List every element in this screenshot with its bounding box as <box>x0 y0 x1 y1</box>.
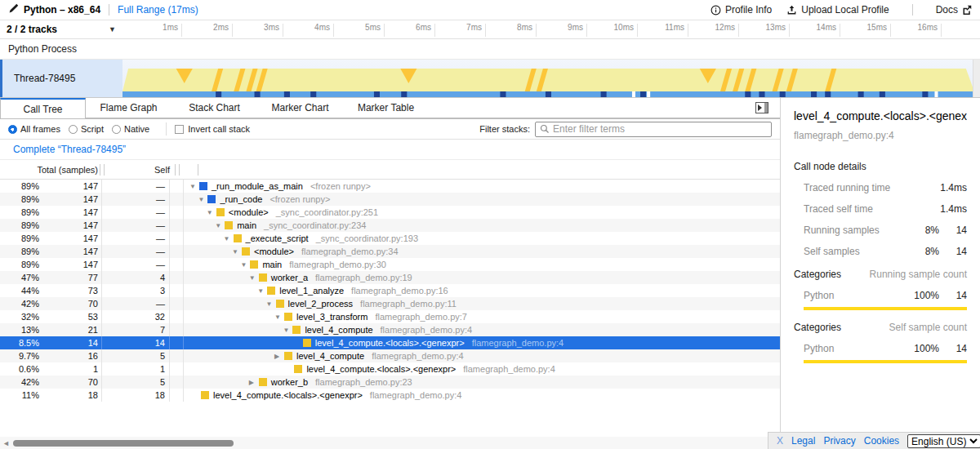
table-row[interactable]: 89%147—▼main_sync_coordinator.py:234 <box>0 219 780 232</box>
category-spacer <box>170 389 184 402</box>
self-samples: 4 <box>102 273 165 282</box>
scrollbar-thumb[interactable] <box>13 440 234 447</box>
scroll-left-arrow-icon[interactable]: ◄ <box>2 439 10 447</box>
detail-percent: 8% <box>906 246 939 257</box>
filter-stacks-input[interactable] <box>553 123 767 135</box>
table-row[interactable]: 9.7%165▶level_4_computeflamegraph_demo.p… <box>0 349 780 362</box>
collapse-arrow-icon[interactable]: ▼ <box>198 196 207 203</box>
table-row[interactable]: 0.6%11level_4_compute.<locals>.<genexpr>… <box>0 362 780 376</box>
upload-label: Upload Local Profile <box>801 4 889 16</box>
ruler-tick-mark <box>840 24 840 37</box>
category-bar <box>804 360 967 363</box>
expand-arrow-icon[interactable]: ▶ <box>274 353 284 360</box>
footer-link-privacy[interactable]: Privacy <box>823 435 855 447</box>
table-row[interactable]: 89%147—▼_execute_script_sync_coordinator… <box>0 232 780 245</box>
timeline-ruler[interactable]: 2 / 2 tracks ▼ 1ms2ms3ms4ms5ms6ms7ms8ms9… <box>0 20 980 39</box>
collapse-arrow-icon[interactable]: ▼ <box>257 287 267 295</box>
tab-marker-chart[interactable]: Marker Chart <box>257 98 343 118</box>
docs-link[interactable]: Docs <box>936 4 972 16</box>
table-row[interactable]: 89%147—▼mainflamegraph_demo.py:30 <box>0 258 780 271</box>
collapse-arrow-icon[interactable]: ▼ <box>266 300 276 308</box>
collapse-arrow-icon[interactable]: ▼ <box>189 183 199 190</box>
table-row[interactable]: 11%1818level_4_compute.<locals>.<genexpr… <box>0 389 780 402</box>
category-spacer <box>170 349 184 362</box>
radio-native[interactable]: Native <box>112 124 149 134</box>
profile-title[interactable]: Python – x86_64 <box>24 4 100 16</box>
total-percent: 9.7% <box>0 351 39 361</box>
total-percent: 8.5% <box>0 338 39 348</box>
table-row[interactable]: 47%774▼worker_aflamegraph_demo.py:19 <box>0 271 780 284</box>
table-header: Total (samples) Self <box>0 160 780 180</box>
collapse-arrow-icon[interactable]: ▼ <box>232 248 242 256</box>
tab-stack-chart[interactable]: Stack Chart <box>172 98 257 118</box>
ruler-tick-label: 1ms <box>154 23 178 32</box>
sidebar-detail-row: Self samples8%14 <box>804 246 967 257</box>
collapse-arrow-icon[interactable]: ▼ <box>224 235 234 242</box>
table-row[interactable]: 42%705▶worker_bflamegraph_demo.py:23 <box>0 376 780 389</box>
thread-activity-graph[interactable] <box>122 60 980 97</box>
process-track-header[interactable]: Python Process <box>0 39 980 60</box>
ruler-tick-mark <box>637 24 638 37</box>
edit-pencil-icon[interactable] <box>8 2 19 17</box>
sidebar-categories-header: CategoriesRunning sample count <box>794 269 967 280</box>
tracks-dropdown[interactable]: 2 / 2 tracks ▼ <box>0 20 122 38</box>
footer-link-legal[interactable]: Legal <box>791 435 815 447</box>
table-row[interactable]: 89%147—▼<module>_sync_coordinator.py:251 <box>0 206 780 219</box>
collapse-arrow-icon[interactable]: ▼ <box>215 222 225 229</box>
self-samples: — <box>102 299 165 309</box>
full-range-link[interactable]: Full Range (17ms) <box>118 4 198 16</box>
footer-link-x[interactable]: X <box>777 435 783 447</box>
upload-profile-button[interactable]: Upload Local Profile <box>786 4 889 16</box>
ruler-tick-label: 8ms <box>508 23 532 32</box>
ruler-tick-mark <box>738 24 739 37</box>
profile-info-button[interactable]: Profile Info <box>710 4 772 16</box>
column-total-header[interactable]: Total (samples) <box>0 165 98 175</box>
table-row[interactable]: 32%5332▼level_3_transformflamegraph_demo… <box>0 310 780 323</box>
table-row[interactable]: 89%147—▼_run_module_as_main<frozen runpy… <box>0 180 780 193</box>
language-select[interactable]: English (US) <box>907 434 980 448</box>
invert-call-stack-checkbox[interactable]: Invert call stack <box>175 124 250 134</box>
ruler-tick-label: 5ms <box>356 23 381 32</box>
divider <box>912 4 913 16</box>
horizontal-scrollbar[interactable]: ◄ <box>0 437 768 449</box>
breadcrumb[interactable]: Complete “Thread-78495” <box>13 144 126 155</box>
tab-call-tree[interactable]: Call Tree <box>0 98 86 118</box>
tab-marker-table[interactable]: Marker Table <box>343 98 429 118</box>
self-samples: 5 <box>102 377 165 387</box>
collapse-arrow-icon[interactable]: ▼ <box>249 274 259 282</box>
total-samples: 70 <box>39 377 98 387</box>
process-track-label: Python Process <box>8 43 77 55</box>
table-row[interactable]: 13%217▼level_4_computeflamegraph_demo.py… <box>0 323 780 336</box>
call-node-sidebar: level_4_compute.<locals>.<genex… flamegr… <box>780 98 980 449</box>
sidebar-section-title: Call node details <box>794 161 967 172</box>
ruler-tick-mark <box>536 24 537 37</box>
column-self-header[interactable]: Self <box>106 165 170 175</box>
radio-script[interactable]: Script <box>69 124 104 134</box>
tree-cell: ▼main_sync_coordinator.py:234 <box>184 220 780 230</box>
source-location: flamegraph_demo.py:4 <box>381 325 473 335</box>
self-samples: 32 <box>102 312 165 322</box>
tab-flame-graph[interactable]: Flame Graph <box>86 98 172 118</box>
total-percent: 89% <box>0 194 39 204</box>
radio-label: Native <box>124 124 149 134</box>
table-row[interactable]: 42%70—▼level_2_processflamegraph_demo.py… <box>0 297 780 310</box>
table-row[interactable]: 8.5%1414level_4_compute.<locals>.<genexp… <box>0 336 780 349</box>
collapse-arrow-icon[interactable]: ▼ <box>240 261 250 269</box>
collapse-arrow-icon[interactable]: ▼ <box>207 209 216 216</box>
ruler-tick-label: 16ms <box>913 23 938 32</box>
total-percent: 32% <box>0 312 39 322</box>
table-row[interactable]: 44%733▼level_1_analyzeflamegraph_demo.py… <box>0 284 780 297</box>
table-row[interactable]: 89%147—▼<module>flamegraph_demo.py:34 <box>0 245 780 258</box>
thread-track-label[interactable]: Thread-78495 <box>0 60 122 97</box>
collapse-arrow-icon[interactable]: ▼ <box>274 313 284 321</box>
tree-cell: ▶level_4_computeflamegraph_demo.py:4 <box>184 351 780 361</box>
table-row[interactable]: 89%147—▼_run_code<frozen runpy> <box>0 193 780 206</box>
thread-track[interactable]: Thread-78495 <box>0 60 980 98</box>
open-sidebar-icon[interactable] <box>755 102 768 113</box>
expand-arrow-icon[interactable]: ▶ <box>249 379 259 386</box>
tracks-vertical-scrollbar[interactable] <box>973 60 980 97</box>
radio-all-frames[interactable]: All frames <box>8 124 60 134</box>
ruler-tick-mark <box>384 24 385 37</box>
footer-link-cookies[interactable]: Cookies <box>864 435 899 447</box>
collapse-arrow-icon[interactable]: ▼ <box>283 327 292 334</box>
